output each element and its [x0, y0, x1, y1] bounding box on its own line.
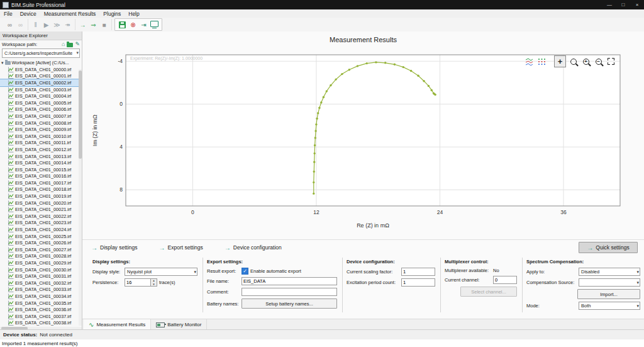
compensation-source-select[interactable]: [579, 278, 640, 287]
tree-file-item[interactable]: EIS_DATA_CH01_00013.irf: [0, 153, 82, 160]
chart-file-icon: [8, 106, 14, 112]
tree-file-item[interactable]: EIS_DATA_CH01_00029.irf: [0, 259, 82, 266]
link-device-icon[interactable]: ∞: [5, 20, 14, 30]
tree-file-item[interactable]: EIS_DATA_CH01_00031.irf: [0, 273, 82, 280]
zoom-in-icon[interactable]: +: [580, 56, 591, 67]
tree-file-item[interactable]: EIS_DATA_CH01_00007.irf: [0, 113, 82, 120]
tree-file-item[interactable]: EIS_DATA_CH01_00035.irf: [0, 300, 82, 307]
tree-file-item[interactable]: EIS_DATA_CH01_00022.irf: [0, 213, 82, 220]
tree-file-item[interactable]: EIS_DATA_CH01_00000.irf: [0, 66, 82, 73]
zoom-out-icon[interactable]: −: [593, 56, 604, 67]
tab-battery-monitor[interactable]: Battery Monitor: [151, 319, 207, 330]
display-style-value: Nyquist plot: [127, 269, 152, 275]
step-forward-icon[interactable]: ≫: [52, 20, 62, 30]
workspace-path-combobox[interactable]: C:/Users/g.ackers/InspectrumSuite: [2, 48, 80, 58]
menu-item-plugins[interactable]: Plugins: [99, 9, 125, 18]
chart-file-icon: [8, 100, 14, 106]
auto-export-checkbox[interactable]: ✓: [242, 268, 248, 275]
apply-to-select[interactable]: Disabled: [579, 268, 640, 276]
tree-file-item[interactable]: EIS_DATA_CH01_00002.irf: [0, 79, 82, 86]
minimize-button[interactable]: —: [602, 0, 616, 9]
tree-file-item[interactable]: EIS_DATA_CH01_00027.irf: [0, 246, 82, 253]
expand-arrow-icon[interactable]: ▾: [1, 60, 4, 65]
play-icon[interactable]: ▶: [42, 20, 51, 30]
quick-settings-button[interactable]: → Quick settings: [579, 242, 638, 253]
zoom-select-icon[interactable]: [568, 56, 579, 67]
tree-file-item[interactable]: EIS_DATA_CH01_00015.irf: [0, 166, 82, 173]
tree-file-item[interactable]: EIS_DATA_CH01_00001.irf: [0, 73, 82, 80]
maximize-button[interactable]: □: [616, 0, 630, 9]
unlink-device-icon[interactable]: ∞: [16, 20, 25, 30]
spin-down-icon[interactable]: ▾: [151, 283, 157, 287]
tree-file-item[interactable]: EIS_DATA_CH01_00010.irf: [0, 133, 82, 140]
tree-file-item[interactable]: EIS_DATA_CH01_00024.irf: [0, 226, 82, 233]
import-button[interactable]: Import...: [577, 289, 640, 299]
tree-file-item[interactable]: EIS_DATA_CH01_00025.irf: [0, 233, 82, 240]
persistence-input[interactable]: [125, 278, 150, 287]
tree-file-item[interactable]: EIS_DATA_CH01_00028.irf: [0, 253, 82, 260]
fast-forward-icon[interactable]: ↠: [63, 20, 72, 30]
menu-item-file[interactable]: File: [0, 9, 16, 18]
close-button[interactable]: ×: [630, 0, 644, 9]
fit-view-icon[interactable]: [606, 56, 616, 67]
tree-file-item[interactable]: EIS_DATA_CH01_00021.irf: [0, 206, 82, 213]
tree-file-item[interactable]: EIS_DATA_CH01_00008.irf: [0, 120, 82, 127]
persistence-spinner[interactable]: ▴ ▾: [125, 278, 157, 287]
tree-file-item[interactable]: EIS_DATA_CH01_00034.irf: [0, 293, 82, 300]
tree-file-item[interactable]: EIS_DATA_CH01_00005.irf: [0, 100, 82, 106]
menu-item-measurement-results[interactable]: Measurement Results: [40, 9, 100, 18]
setup-battery-names-button[interactable]: Setup battery names...: [242, 299, 337, 309]
tree-file-item[interactable]: EIS_DATA_CH01_00017.irf: [0, 179, 82, 186]
tree-file-item[interactable]: EIS_DATA_CH01_00003.irf: [0, 86, 82, 93]
tab-display-settings[interactable]: → Display settings: [91, 244, 138, 251]
tree-file-item[interactable]: EIS_DATA_CH01_00016.irf: [0, 173, 82, 180]
tree-file-item[interactable]: EIS_DATA_CH01_00011.irf: [0, 140, 82, 147]
run-all-icon[interactable]: ⇒: [89, 20, 98, 30]
tree-file-item[interactable]: EIS_DATA_CH01_00012.irf: [0, 146, 82, 153]
tree-file-item[interactable]: EIS_DATA_CH01_00004.irf: [0, 93, 82, 100]
tree-file-item[interactable]: EIS_DATA_CH01_00032.irf: [0, 280, 82, 287]
file-name-input[interactable]: [242, 277, 337, 285]
tab-device-configuration[interactable]: → Device configuration: [225, 244, 282, 251]
comment-input[interactable]: [242, 288, 337, 296]
show-points-icon[interactable]: [536, 56, 547, 67]
select-channel-button[interactable]: Select channel...: [460, 287, 517, 297]
tree-file-item[interactable]: EIS_DATA_CH01_00020.irf: [0, 200, 82, 207]
tree-file-item[interactable]: EIS_DATA_CH01_00023.irf: [0, 220, 82, 227]
pan-tool-icon[interactable]: +: [554, 55, 566, 67]
show-traces-icon[interactable]: [524, 56, 535, 67]
mode-select[interactable]: Both: [579, 302, 640, 310]
export-icon[interactable]: ⇥: [139, 20, 148, 30]
tree-file-item[interactable]: EIS_DATA_CH01_00018.irf: [0, 186, 82, 193]
open-folder-icon[interactable]: [67, 43, 73, 47]
excitation-count-input[interactable]: [401, 278, 435, 287]
display-style-select[interactable]: Nyquist plot: [125, 268, 197, 276]
tree-file-item[interactable]: EIS_DATA_CH01_00033.irf: [0, 287, 82, 293]
menu-item-device[interactable]: Device: [16, 9, 40, 18]
run-measurement-icon[interactable]: →: [78, 20, 87, 30]
menu-item-help[interactable]: Help: [125, 9, 143, 18]
tree-file-item[interactable]: EIS_DATA_CH01_00036.irf: [0, 306, 82, 313]
device-monitor-icon[interactable]: [150, 20, 159, 30]
tab-export-settings[interactable]: → Export settings: [159, 244, 203, 251]
tab-measurement-results[interactable]: ∿ Measurement Results: [84, 319, 151, 330]
workspace-root-node[interactable]: ▾Workspace [Active] (C:/Us...: [0, 59, 82, 66]
tree-file-item[interactable]: EIS_DATA_CH01_00014.irf: [0, 159, 82, 166]
tree-file-item[interactable]: EIS_DATA_CH01_00026.irf: [0, 239, 82, 246]
current-channel-input[interactable]: [493, 276, 517, 284]
stop-icon[interactable]: ■: [99, 20, 109, 30]
pause-icon[interactable]: ‖: [31, 20, 40, 30]
tree-file-item[interactable]: EIS_DATA_CH01_00006.irf: [0, 106, 82, 113]
tree-file-item[interactable]: EIS_DATA_CH01_00009.irf: [0, 126, 82, 133]
tree-file-item[interactable]: EIS_DATA_CH01_00030.irf: [0, 266, 82, 273]
tree-vertical-scrollbar[interactable]: [79, 69, 82, 326]
abort-icon[interactable]: ⊗: [128, 20, 138, 30]
nyquist-chart-svg[interactable]: 0122436-4048: [101, 50, 625, 220]
scaling-factor-input[interactable]: [401, 268, 435, 276]
tree-file-item[interactable]: EIS_DATA_CH01_00038.irf: [0, 320, 82, 327]
tree-file-item[interactable]: EIS_DATA_CH01_00019.irf: [0, 193, 82, 200]
tree-file-item[interactable]: EIS_DATA_CH01_00037.irf: [0, 313, 82, 320]
home-icon[interactable]: ⌂: [62, 42, 65, 47]
save-icon[interactable]: [118, 20, 127, 30]
edit-path-icon[interactable]: ✎: [75, 42, 80, 47]
